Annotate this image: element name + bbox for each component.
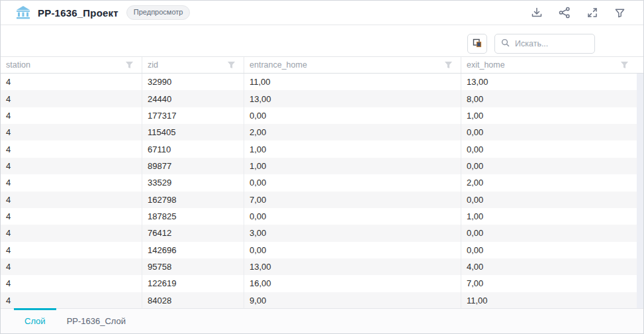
tab-label: PP-1636_Слой [67,316,126,326]
table-cell: 2,00 [244,124,461,140]
table-body: 43299011,0013,0042444013,008,0041773170,… [1,74,643,308]
column-header-exit-home[interactable]: exit_home [461,57,637,73]
vertical-scrollbar[interactable] [637,74,643,308]
table-cell: 4 [1,225,142,241]
search-box [494,34,595,54]
table-cell: 13,00 [461,74,637,90]
app-window: PP-1636_Проект Предпросмотр [0,0,644,334]
table-cell: 0,00 [244,242,461,258]
table-cell: 4 [1,174,142,191]
table-cell: 1,00 [244,158,461,174]
table-cell: 142696 [142,242,244,258]
column-header-label: exit_home [467,60,505,70]
copy-table-button[interactable] [467,34,487,54]
download-icon[interactable] [530,7,543,19]
table-cell: 0,00 [461,242,637,258]
filter-icon[interactable] [614,7,626,19]
table-cell: 4 [1,74,142,90]
table-cell: 13,00 [244,90,461,107]
copy-icon [472,38,483,50]
table-row[interactable]: 412261916,007,00 [1,275,643,292]
table-cell: 0,00 [461,192,637,208]
share-icon[interactable] [558,7,571,19]
column-filter-icon[interactable] [125,61,134,69]
table-cell: 1,00 [244,140,461,157]
table-row[interactable]: 41154052,000,00 [1,124,643,140]
attribute-table: station zid entrance_home exit_home [1,56,643,308]
table-cell: 9,00 [244,292,461,308]
table-row[interactable]: 4898771,000,00 [1,158,643,174]
table-cell: 84028 [142,292,244,308]
table-cell: 4,00 [461,258,637,275]
search-icon [501,38,510,50]
table-cell: 0,00 [244,107,461,124]
table-cell: 4 [1,107,142,124]
table-cell: 32990 [142,74,244,90]
table-cell: 0,00 [461,124,637,140]
table-row[interactable]: 41878250,001,00 [1,208,643,225]
table-cell: 95758 [142,258,244,275]
column-header-label: station [6,60,30,70]
table-cell: 4 [1,208,142,225]
table-cell: 11,00 [244,74,461,90]
tab-layer[interactable]: Слой [14,309,56,333]
column-filter-icon[interactable] [620,61,629,69]
bank-icon [15,5,31,20]
table-cell: 67110 [142,140,244,157]
table-row[interactable]: 41627987,000,00 [1,192,643,208]
table-cell: 4 [1,90,142,107]
table-cell: 4 [1,275,142,292]
table-row[interactable]: 4335290,002,00 [1,174,643,191]
table-cell: 33529 [142,174,244,191]
table-cell: 7,00 [244,192,461,208]
table-cell: 115405 [142,124,244,140]
column-header-zid[interactable]: zid [142,57,244,73]
table-cell: 0,00 [461,140,637,157]
column-header-station[interactable]: station [1,57,142,73]
preview-badge: Предпросмотр [126,5,191,19]
table-cell: 4 [1,140,142,157]
table-cell: 0,00 [461,225,637,241]
table-cell: 122619 [142,275,244,292]
table-cell: 177317 [142,107,244,124]
search-input[interactable] [514,38,588,49]
column-header-entrance-home[interactable]: entrance_home [244,57,461,73]
table-cell: 4 [1,124,142,140]
table-cell: 13,00 [244,258,461,275]
column-filter-icon[interactable] [227,61,236,69]
top-header: PP-1636_Проект Предпросмотр [1,1,643,25]
table-row[interactable]: 49575813,004,00 [1,258,643,275]
table-toolbar [1,25,643,56]
table-row[interactable]: 4840289,0011,00 [1,292,643,308]
column-filter-icon[interactable] [444,61,453,69]
table-cell: 1,00 [461,208,637,225]
tab-label: Слой [24,316,46,326]
table-cell: 187825 [142,208,244,225]
table-cell: 0,00 [244,174,461,191]
table-cell: 4 [1,192,142,208]
table-cell: 162798 [142,192,244,208]
table-row[interactable]: 41773170,001,00 [1,107,643,124]
layer-tabbar: Слой PP-1636_Слой [1,308,643,333]
table-row[interactable]: 43299011,0013,00 [1,74,643,90]
table-row[interactable]: 4671101,000,00 [1,140,643,157]
table-cell: 11,00 [461,292,637,308]
table-cell: 0,00 [244,208,461,225]
table-row[interactable]: 42444013,008,00 [1,90,643,107]
table-cell: 3,00 [244,225,461,241]
table-cell: 0,00 [461,158,637,174]
tab-pp-1636-layer[interactable]: PP-1636_Слой [56,309,136,333]
table-cell: 4 [1,242,142,258]
table-cell: 24440 [142,90,244,107]
table-header-row: station zid entrance_home exit_home [1,56,643,74]
fullscreen-icon[interactable] [586,7,598,19]
table-row[interactable]: 41426960,000,00 [1,242,643,258]
table-cell: 1,00 [461,107,637,124]
table-cell: 4 [1,258,142,275]
column-header-label: entrance_home [250,60,307,70]
column-header-label: zid [148,60,158,70]
page-title: PP-1636_Проект [38,7,118,19]
table-row[interactable]: 4764123,000,00 [1,225,643,241]
table-cell: 4 [1,158,142,174]
table-cell: 4 [1,292,142,308]
